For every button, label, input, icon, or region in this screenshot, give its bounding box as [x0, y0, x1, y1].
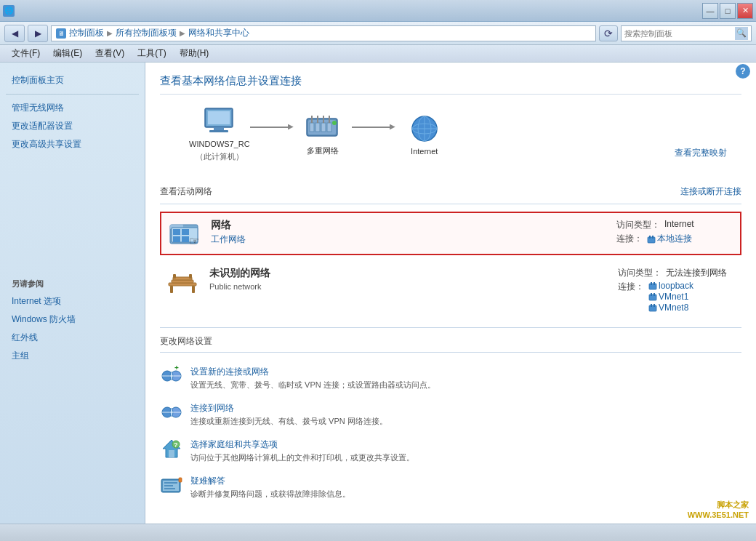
connect-value-text: 本地连接 — [657, 233, 692, 245]
unknown-network-type: Public network — [209, 282, 262, 291]
forward-button[interactable]: ▶ — [28, 25, 48, 42]
unknown-access-label: 访问类型： — [618, 267, 662, 279]
homegroup-link[interactable]: 选择家庭组和共享选项 — [190, 438, 741, 451]
svg-rect-25 — [173, 229, 180, 235]
change-section-title: 更改网络设置 — [160, 335, 741, 348]
watermark: 脚本之家 WWW.3E51.NET — [688, 500, 749, 519]
connect-network-icon — [160, 402, 183, 422]
svg-rect-27 — [173, 236, 180, 242]
sidebar-item-ie-options[interactable]: Internet 选项 — [0, 292, 145, 310]
menu-view[interactable]: 查看(V) — [89, 46, 130, 61]
troubleshoot-desc: 诊断并修复网络问题，或获得故障排除信息。 — [190, 489, 350, 498]
setting-homegroup: ? 选择家庭组和共享选项 访问位于其他网络计算机上的文件和打印机，或更改共享设置… — [160, 433, 741, 469]
loopback-link[interactable]: loopback — [659, 281, 693, 291]
local-connection-link[interactable]: 本地连接 — [647, 233, 692, 247]
svg-point-21 — [412, 116, 437, 141]
breadcrumb-part3[interactable]: 网络和共享中心 — [188, 27, 249, 39]
setting-connect-network: 连接到网络 连接或重新连接到无线、有线、拨号或 VPN 网络连接。 — [160, 396, 741, 433]
sidebar-item-home[interactable]: 控制面板主页 — [0, 71, 145, 89]
connector-line-1 — [250, 127, 288, 128]
connect-network-text: 连接到网络 连接或重新连接到无线、有线、拨号或 VPN 网络连接。 — [190, 402, 741, 427]
watermark-line1: 脚本之家 — [688, 500, 749, 510]
back-button[interactable]: ◀ — [4, 25, 25, 42]
svg-rect-40 — [649, 284, 656, 289]
disconnect-link[interactable]: 连接或断开连接 — [680, 185, 741, 198]
active-network-type[interactable]: 工作网络 — [211, 234, 246, 244]
svg-rect-32 — [652, 236, 654, 239]
svg-text:+: + — [174, 366, 179, 372]
connect-network-link[interactable]: 连接到网络 — [190, 402, 741, 414]
path-sep-2: ▶ — [180, 29, 185, 37]
computer-icon — [202, 106, 237, 137]
sidebar-also-title: 另请参阅 — [0, 273, 145, 292]
sidebar-item-firewall[interactable]: Windows 防火墙 — [0, 310, 145, 329]
app-icon: 🌐 — [3, 5, 15, 17]
minimize-button[interactable]: — — [702, 3, 718, 19]
address-path: 🖥 控制面板 ▶ 所有控制面板项 ▶ 网络和共享中心 — [51, 25, 596, 41]
svg-text:☞: ☞ — [189, 235, 199, 247]
globe-icon — [407, 113, 442, 144]
menu-bar: 文件(F) 编辑(E) 查看(V) 工具(T) 帮助(H) — [0, 45, 756, 63]
search-button[interactable]: 🔍 — [735, 27, 748, 40]
sidebar-also-section: 另请参阅 Internet 选项 Windows 防火墙 红外线 主组 — [0, 273, 145, 365]
setting-new-connection: + 设置新的连接或网络 设置无线、宽带、拨号、临时或 VPN 连接；或设置路由器… — [160, 360, 741, 396]
sidebar-item-adapter[interactable]: 更改适配器设置 — [0, 117, 145, 135]
menu-tools[interactable]: 工具(T) — [132, 46, 172, 61]
svg-rect-3 — [214, 127, 224, 130]
svg-rect-26 — [182, 229, 189, 235]
arrow-1 — [288, 124, 294, 130]
svg-rect-39 — [189, 274, 192, 278]
access-label: 访问类型： — [616, 219, 660, 231]
svg-rect-28 — [182, 236, 189, 242]
connect-value-wrap: 本地连接 — [647, 233, 692, 245]
unknown-access-value: 无法连接到网络 — [666, 267, 727, 279]
page-title: 查看基本网络信息并设置连接 — [160, 74, 741, 95]
sidebar-item-infrared[interactable]: 红外线 — [0, 329, 145, 347]
svg-rect-36 — [192, 286, 195, 293]
svg-rect-8 — [315, 123, 320, 132]
svg-rect-65 — [164, 485, 173, 486]
vmnet1-link[interactable]: VMnet1 — [659, 292, 688, 302]
node-computer-sublabel: （此计算机） — [196, 151, 244, 162]
unknown-network-name: 未识别的网络 — [209, 267, 608, 280]
sidebar-item-advanced[interactable]: 更改高级共享设置 — [0, 135, 145, 153]
svg-rect-66 — [164, 488, 175, 489]
unknown-network-icon — [167, 267, 199, 296]
close-button[interactable]: ✕ — [737, 3, 753, 19]
svg-rect-42 — [654, 282, 655, 285]
troubleshoot-icon — [160, 475, 183, 495]
svg-rect-41 — [651, 282, 652, 285]
svg-text:?: ? — [174, 441, 178, 449]
vmnet8-link[interactable]: VMnet8 — [659, 302, 688, 313]
access-value: Internet — [664, 219, 694, 231]
svg-rect-10 — [327, 123, 331, 132]
svg-rect-59 — [169, 450, 174, 457]
sidebar-item-wireless[interactable]: 管理无线网络 — [0, 99, 145, 117]
refresh-button[interactable]: ⟳ — [599, 25, 618, 41]
homegroup-icon: ? — [160, 438, 183, 459]
watermark-line2: WWW.3E51.NET — [688, 510, 749, 519]
breadcrumb-part1[interactable]: 控制面板 — [69, 27, 104, 39]
maximize-button[interactable]: □ — [720, 3, 736, 19]
sidebar-item-homegroup[interactable]: 主组 — [0, 347, 145, 365]
menu-edit[interactable]: 编辑(E) — [47, 46, 88, 61]
view-map-link[interactable]: 查看完整映射 — [675, 147, 741, 159]
unknown-network-card: 未识别的网络 Public network 访问类型： 无法连接到网络 连接： … — [160, 261, 741, 318]
path-sep-1: ▶ — [107, 29, 113, 37]
change-section-divider2 — [160, 352, 741, 353]
active-network-name: 网络 — [211, 219, 606, 232]
help-button[interactable]: ? — [736, 64, 750, 79]
breadcrumb-part2[interactable]: 所有控制面板项 — [116, 27, 177, 39]
unknown-connections: loopback VMnet1 VMnet8 — [648, 281, 693, 313]
active-section-title: 查看活动网络 — [160, 185, 212, 198]
search-input[interactable] — [624, 29, 733, 38]
search-box: 🔍 — [621, 25, 752, 41]
menu-file[interactable]: 文件(F) — [6, 46, 46, 61]
menu-help[interactable]: 帮助(H) — [174, 46, 215, 61]
active-network-card: ☞ 网络 工作网络 访问类型： Internet 连接： 本地连接 — [160, 212, 741, 255]
new-connection-link[interactable]: 设置新的连接或网络 — [190, 366, 741, 378]
bottom-bar — [0, 524, 756, 541]
troubleshoot-link[interactable]: 疑难解答 — [190, 475, 741, 487]
svg-rect-43 — [649, 294, 656, 300]
connector-1 — [250, 124, 294, 130]
